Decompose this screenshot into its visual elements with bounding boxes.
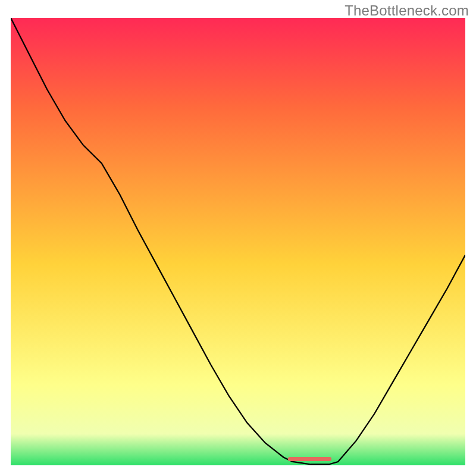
watermark-text: TheBottleneck.com bbox=[345, 2, 469, 19]
plot-area bbox=[11, 18, 465, 465]
chart-container: TheBottleneck.com bbox=[0, 0, 476, 476]
optimal-range-marker bbox=[288, 457, 331, 461]
background-rect bbox=[11, 18, 465, 465]
chart-svg bbox=[11, 18, 465, 465]
